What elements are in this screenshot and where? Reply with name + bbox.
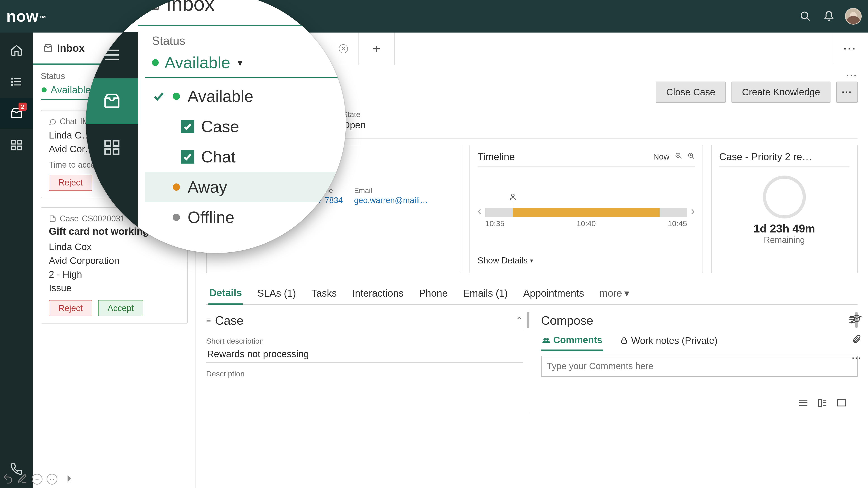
card-priority: 2 - High	[49, 268, 180, 282]
timeline-prev-icon[interactable]: ‹	[477, 204, 481, 217]
zoom-in-icon[interactable]	[688, 152, 695, 161]
search-icon[interactable]	[795, 6, 815, 26]
compose-title: Compose	[541, 313, 593, 327]
status-option-available[interactable]: Available	[145, 81, 339, 111]
tab-phone[interactable]: Phone	[418, 283, 448, 304]
undo-icon[interactable]	[3, 474, 13, 485]
edit-icon[interactable]	[17, 474, 28, 485]
mag-rail-apps	[86, 124, 138, 170]
right-quick-rail: ···	[845, 309, 868, 413]
status-dot-icon	[152, 59, 159, 66]
mag-status-value: Available	[164, 53, 230, 72]
case-actions-overflow[interactable]: ···	[836, 82, 858, 103]
card-id: CS0020031	[82, 214, 125, 223]
card-category: Issue	[49, 281, 180, 295]
footer-toolbar: – ···	[3, 474, 72, 485]
brand-logo: now™	[6, 7, 46, 25]
create-knowledge-button[interactable]: Create Knowledge	[732, 82, 831, 103]
checkbox-checked-icon[interactable]	[181, 150, 194, 164]
tab-more[interactable]: more ▾	[598, 283, 630, 304]
svg-line-1	[807, 18, 809, 20]
view-list-icon[interactable]	[798, 397, 809, 409]
timeline-track[interactable]: 10:35 10:40 10:45	[485, 190, 687, 231]
accept-button[interactable]: Accept	[98, 300, 143, 316]
compose-input[interactable]	[541, 356, 858, 377]
card-type-label: Chat	[60, 117, 77, 126]
mag-status-label: Status	[145, 34, 339, 47]
tab-emails[interactable]: Emails (1)	[462, 283, 509, 304]
mag-status-options: Available Case Chat Away	[145, 78, 339, 232]
svg-rect-10	[12, 146, 16, 150]
circle-ellipsis-icon[interactable]: ···	[46, 474, 57, 485]
zoom-out-icon[interactable]	[675, 152, 682, 161]
attachment-icon[interactable]	[852, 334, 862, 345]
chevron-up-icon[interactable]: ⌃	[516, 315, 523, 325]
email-value[interactable]: geo.warren@mailin…	[354, 196, 431, 205]
compose-tab-worknotes[interactable]: Work notes (Private)	[619, 332, 719, 350]
main-ellipsis-icon[interactable]: ···	[846, 71, 858, 80]
status-option-away[interactable]: Away	[145, 172, 339, 202]
quick-rail-overflow[interactable]: ···	[852, 354, 862, 363]
tab-interactions[interactable]: Interactions	[351, 283, 404, 304]
compose-tab-comments[interactable]: Comments	[541, 331, 603, 351]
case-section-head[interactable]: ≡ Case ⌃	[206, 309, 523, 330]
check-icon	[153, 90, 165, 102]
rail-apps[interactable]	[0, 129, 33, 161]
short-desc-input[interactable]: Rewards not processing	[206, 346, 523, 363]
case-section-title: Case	[215, 313, 243, 327]
close-case-button[interactable]: Close Case	[656, 82, 725, 103]
svg-point-0	[801, 12, 808, 19]
short-desc-label: Short description	[206, 337, 523, 346]
tab-appointments[interactable]: Appointments	[522, 283, 585, 304]
card-requester: Linda Cox	[49, 240, 180, 254]
status-channel-case[interactable]: Case	[145, 111, 339, 142]
svg-rect-29	[622, 340, 626, 344]
svg-rect-9	[18, 140, 21, 144]
tab-tasks[interactable]: Tasks	[310, 283, 338, 304]
scrollbar[interactable]	[527, 312, 529, 328]
timeline-title: Timeline	[477, 151, 515, 162]
svg-rect-37	[837, 400, 845, 406]
svg-point-27	[544, 338, 546, 340]
rail-inbox[interactable]: 2	[0, 98, 33, 129]
timeline-now[interactable]: Now	[653, 152, 670, 162]
svg-rect-33	[818, 399, 822, 406]
rail-inbox-badge: 2	[19, 103, 27, 111]
rail-home[interactable]	[0, 34, 33, 66]
tab-slas[interactable]: SLAs (1)	[256, 283, 297, 304]
timeline-card: Timeline Now ‹	[469, 145, 703, 273]
drag-handle-icon[interactable]: ≡	[206, 316, 211, 325]
svg-point-20	[512, 194, 514, 197]
close-icon[interactable]: ✕	[339, 44, 348, 53]
tab-new[interactable]: +	[359, 33, 395, 65]
brand-text: now	[6, 7, 39, 25]
show-details-toggle[interactable]: Show Details ▾	[477, 251, 695, 267]
card-type-label: Case	[60, 214, 79, 223]
view-card-icon[interactable]	[836, 397, 847, 409]
timeline-marker-icon	[509, 193, 517, 208]
state-label: State	[342, 110, 366, 119]
rail-list[interactable]	[0, 66, 33, 98]
tick-label: 10:40	[577, 219, 596, 228]
tab-overflow[interactable]: ···	[832, 33, 868, 65]
desc-label: Description	[206, 369, 523, 378]
timeline-next-icon[interactable]: ›	[691, 204, 695, 217]
status-channel-chat[interactable]: Chat	[145, 142, 339, 172]
tab-inbox-label: Inbox	[57, 42, 85, 54]
view-split-icon[interactable]	[817, 397, 828, 409]
checkbox-checked-icon[interactable]	[181, 120, 194, 133]
reject-button[interactable]: Reject	[49, 175, 92, 191]
knowledge-icon[interactable]	[852, 314, 862, 325]
circle-minus-icon[interactable]: –	[32, 474, 42, 485]
forward-icon[interactable]	[61, 474, 72, 485]
tab-details[interactable]: Details	[209, 282, 243, 305]
svg-rect-41	[105, 141, 110, 146]
reject-button[interactable]: Reject	[49, 300, 92, 316]
bell-icon[interactable]	[819, 6, 839, 26]
mag-rail-inbox	[86, 78, 138, 124]
mag-status-dropdown[interactable]: Available ▾	[145, 52, 339, 78]
avatar[interactable]	[845, 8, 862, 25]
svg-rect-11	[18, 146, 21, 150]
sla-remaining-value: 1d 23h 49m	[719, 222, 849, 235]
tick-label: 10:35	[485, 219, 504, 228]
